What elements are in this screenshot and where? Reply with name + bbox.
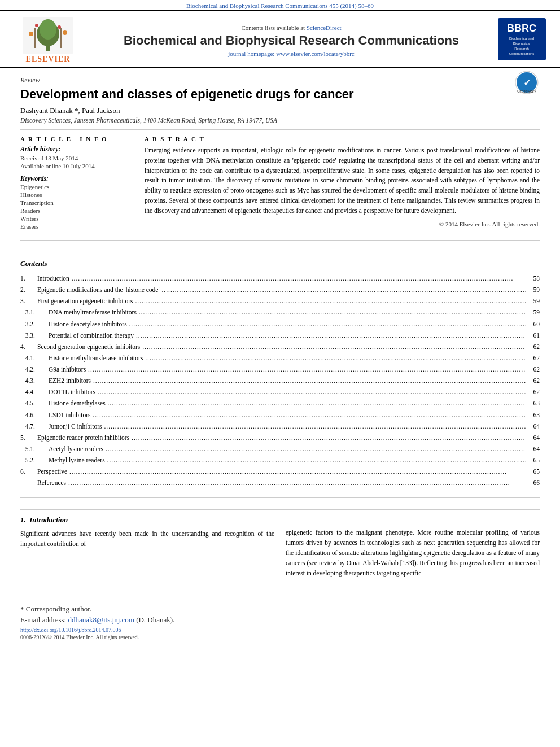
affiliation: Discovery Sciences, Janssen Pharmaceutic… (20, 117, 540, 124)
contents-title: Contents (20, 259, 540, 268)
science-direct-link[interactable]: ScienceDirect (307, 24, 342, 31)
top-citation-bar: Biochemical and Biophysical Research Com… (0, 0, 560, 10)
toc-item-3-3: 3.3. Potential of combination therapy ..… (20, 330, 540, 341)
keyword-writers: Writers (20, 215, 133, 222)
svg-text:Biochemical and: Biochemical and (509, 37, 534, 40)
svg-rect-4 (34, 28, 36, 48)
toc-item-5-1: 5.1. Acetyl lysine readers .............… (20, 443, 540, 455)
keyword-erasers: Erasers (20, 223, 133, 230)
toc-item-references: References .............................… (20, 477, 540, 488)
corresponding-footnote: * Corresponding author. (20, 605, 540, 614)
keyword-histones: Histones (20, 191, 133, 198)
divider-1 (20, 129, 540, 130)
toc-item-3-1: 3.1. DNA methyltransferase inhibitors ..… (20, 307, 540, 318)
toc-item-4-4: 4.4. DOT1L inhibitors ..................… (20, 386, 540, 397)
article-history-label: Article history: (20, 146, 133, 152)
introduction-section: 1. Introduction Significant advances hav… (20, 509, 540, 640)
paper-title: Development and classes of epigenetic dr… (20, 87, 540, 102)
svg-text:Biophysical: Biophysical (513, 42, 530, 45)
introduction-columns: 1. Introduction Significant advances hav… (20, 516, 540, 578)
elsevier-tree-icon (23, 17, 73, 54)
svg-point-6 (35, 24, 38, 27)
intro-left-text: Significant advances have recently been … (20, 529, 274, 549)
toc-item-5-2: 5.2. Methyl lysine readers .............… (20, 455, 540, 466)
article-info-heading: A R T I C L E I N F O (20, 136, 133, 142)
journal-citation: Biochemical and Biophysical Research Com… (186, 2, 374, 9)
svg-rect-5 (60, 28, 62, 48)
toc-item-4-7: 4.7. Jumonji C inhibitors ..............… (20, 421, 540, 432)
toc-item-4-6: 4.6. LSD1 inhibitors ...................… (20, 409, 540, 421)
toc-item-3-2: 3.2. Histone deacetylase inhibitors ....… (20, 318, 540, 330)
bbrc-logo-block: BBRC Biochemical and Biophysical Researc… (498, 18, 549, 63)
crossmark-icon: ✓ CrossMark (514, 70, 540, 98)
elsevier-wordmark: ELSEVIER (26, 55, 71, 64)
authors: Dashyant Dhanak *, Paul Jackson (20, 106, 540, 115)
elsevier-logo-block: ELSEVIER (11, 17, 85, 64)
journal-title: Biochemical and Biophysical Research Com… (91, 33, 491, 48)
abstract-column: A B S T R A C T Emerging evidence suppor… (145, 136, 540, 231)
svg-point-3 (40, 19, 56, 40)
intro-right-text: epigenetic factors to the malignant phen… (286, 528, 540, 578)
intro-left-col: 1. Introduction Significant advances hav… (20, 516, 274, 578)
keywords-label: Keywords: (20, 175, 133, 182)
svg-text:Research: Research (514, 47, 529, 50)
keyword-readers: Readers (20, 207, 133, 214)
email-footnote: E-mail address: ddhanak8@its.jnj.com (D.… (20, 615, 540, 624)
svg-text:BBRC: BBRC (507, 23, 536, 34)
journal-header: ELSEVIER Contents lists available at Sci… (0, 10, 560, 68)
divider-2 (20, 240, 540, 241)
abstract-text: Emerging evidence supports an important,… (145, 146, 540, 216)
toc-item-1: 1. Introduction ........................… (20, 273, 540, 284)
doi-link[interactable]: http://dx.doi.org/10.1016/j.bbrc.2014.07… (20, 627, 540, 633)
abstract-heading: A B S T R A C T (145, 136, 540, 142)
svg-text:CrossMark: CrossMark (517, 89, 536, 93)
svg-point-7 (58, 25, 61, 29)
email-link[interactable]: ddhanak8@its.jnj.com (68, 615, 134, 624)
keyword-transcription: Transcription (20, 199, 133, 206)
keywords-list: Epigenetics Histones Transcription Reade… (20, 184, 133, 230)
journal-homepage: journal homepage: www.elsevier.com/locat… (91, 50, 491, 57)
intro-section-title: 1. Introduction (20, 516, 274, 525)
keyword-epigenetics: Epigenetics (20, 184, 133, 190)
footnotes-section: * Corresponding author. E-mail address: … (20, 601, 540, 640)
article-info-abstract: A R T I C L E I N F O Article history: R… (20, 136, 540, 231)
toc-item-5: 5. Epigenetic reader protein inhibitors … (20, 432, 540, 443)
journal-homepage-url[interactable]: www.elsevier.com/locate/ybbrc (276, 50, 355, 57)
svg-text:Communications: Communications (509, 52, 535, 55)
science-direct-line: Contents lists available at ScienceDirec… (91, 24, 491, 31)
intro-right-col: epigenetic factors to the malignant phen… (286, 516, 540, 578)
issn-text: 0006-291X/© 2014 Elsevier Inc. All right… (20, 634, 540, 640)
toc-item-4-2: 4.2. G9a inhibitors ....................… (20, 364, 540, 375)
bbrc-logo-icon: BBRC Biochemical and Biophysical Researc… (498, 18, 546, 60)
svg-point-8 (29, 32, 33, 36)
toc-item-4-5: 4.5. Histone demethylases ..............… (20, 397, 540, 409)
toc-item-2: 2. Epigenetic modifications and the 'his… (20, 284, 540, 295)
received-date: Received 13 May 2014 (20, 155, 133, 161)
journal-header-center: Contents lists available at ScienceDirec… (91, 24, 491, 57)
available-date: Available online 10 July 2014 (20, 163, 133, 169)
elsevier-logo: ELSEVIER (11, 17, 85, 64)
svg-point-9 (63, 30, 67, 35)
review-label: Review (20, 76, 540, 85)
svg-text:✓: ✓ (523, 78, 531, 88)
copyright: © 2014 Elsevier Inc. All rights reserved… (145, 221, 540, 228)
toc-item-4-3: 4.3. EZH2 inhibitors ...................… (20, 375, 540, 386)
toc-item-4-1: 4.1. Histone methyltransferase inhibitor… (20, 352, 540, 364)
contents-section: Contents 1. Introduction ...............… (20, 252, 540, 488)
paper-body: Review Development and classes of epigen… (0, 76, 560, 640)
toc-item-4: 4. Second generation epigenetic inhibito… (20, 341, 540, 352)
toc-item-3: 3. First generation epigenetic inhibitor… (20, 295, 540, 307)
divider-3 (20, 497, 540, 498)
toc-item-6: 6. Perspective .........................… (20, 466, 540, 477)
article-info-column: A R T I C L E I N F O Article history: R… (20, 136, 133, 231)
